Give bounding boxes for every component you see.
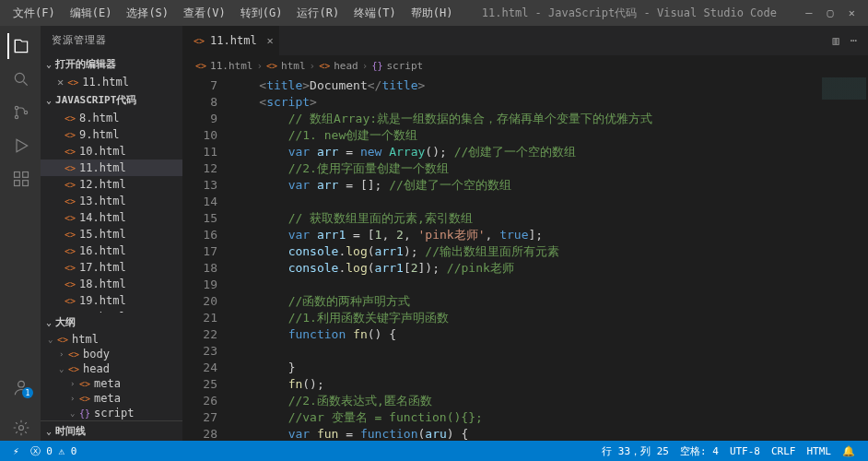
status-bell-icon[interactable]: 🔔 [837,445,861,457]
code-editor[interactable]: 7891011121314151617181920212223242526272… [182,76,868,441]
file-item[interactable]: <>12.html [41,176,182,193]
svg-point-1 [15,106,18,109]
outline-item[interactable]: ›<>meta [41,376,182,391]
file-item[interactable]: <>8.html [41,110,182,126]
outline-item[interactable]: ⌄{}script [41,406,182,420]
menu-item[interactable]: 查看(V) [176,2,233,25]
file-item[interactable]: <>13.html [41,193,182,209]
svg-rect-4 [15,172,20,178]
editor-group: <> 11.html ✕ ▥ ⋯ <>11.html›<>html›<>head… [182,26,868,441]
status-eol[interactable]: CRLF [766,445,802,457]
explorer-icon[interactable] [7,33,33,59]
svg-rect-7 [23,181,29,186]
minimap[interactable] [822,77,866,133]
window-controls: — ▢ ✕ [798,6,862,19]
maximize-icon[interactable]: ▢ [827,6,834,19]
svg-point-9 [19,426,24,431]
source-control-icon[interactable] [7,100,33,125]
section-timeline[interactable]: 时间线 [41,420,182,441]
tab-11html[interactable]: <> 11.html ✕ [182,26,280,55]
html-file-icon: <> [194,36,205,46]
menu-item[interactable]: 运行(R) [289,2,346,25]
menu-item[interactable]: 转到(G) [233,2,290,25]
open-editor-item[interactable]: ✕<>11.html [41,74,182,90]
status-language[interactable]: HTML [802,445,838,457]
sidebar-title: 资源管理器 [41,26,182,54]
status-encoding[interactable]: UTF-8 [724,445,766,457]
section-open-editors[interactable]: 打开的编辑器 [41,54,182,74]
section-workspace[interactable]: JAVASCRIPT代码 [41,90,182,110]
status-bar: ⚡ ⓧ 0 ⚠ 0 行 33，列 25 空格: 4 UTF-8 CRLF HTM… [0,441,868,461]
file-tree: <>8.html<>9.html<>10.html<>11.html<>12.h… [41,110,182,313]
status-line-col[interactable]: 行 33，列 25 [596,444,674,458]
menu-item[interactable]: 选择(S) [119,2,176,25]
code-content[interactable]: <title>Document</title> <script> // 数组Ar… [230,76,868,441]
window-title: 11.html - JavaScript代码 - Visual Studio C… [461,6,799,21]
section-outline[interactable]: 大纲 [41,313,182,332]
menubar: 文件(F)编辑(E)选择(S)查看(V)转到(G)运行(R)终端(T)帮助(H)… [0,0,868,26]
file-item[interactable]: <>11.html [41,160,182,176]
file-item[interactable]: <>19.html [41,292,182,309]
svg-point-3 [24,111,27,113]
remote-icon[interactable]: ⚡ [7,445,25,457]
account-badge: 1 [22,387,33,398]
file-item[interactable]: <>18.html [41,276,182,292]
settings-gear-icon[interactable] [7,415,33,441]
close-icon[interactable]: ✕ [849,6,855,19]
outline-item[interactable]: ⌄<>head [41,361,182,376]
outline-item[interactable]: ⌄<>html [41,332,182,347]
svg-rect-5 [23,172,29,178]
svg-point-8 [18,381,25,387]
file-item[interactable]: <>14.html [41,209,182,226]
status-errors[interactable]: ⓧ 0 ⚠ 0 [25,444,83,458]
file-item[interactable]: <>10.html [41,143,182,160]
menu-item[interactable]: 帮助(H) [404,2,461,25]
line-numbers: 7891011121314151617181920212223242526272… [182,76,230,441]
run-debug-icon[interactable] [7,133,33,159]
search-icon[interactable] [7,66,33,92]
status-spaces[interactable]: 空格: 4 [674,444,724,458]
outline-item[interactable]: ›<>body [41,347,182,361]
file-item[interactable]: <>17.html [41,259,182,276]
minimize-icon[interactable]: — [805,6,812,19]
file-item[interactable]: <>9.html [41,126,182,143]
outline-tree: ⌄<>html›<>body⌄<>head›<>meta›<>meta⌄{}sc… [41,332,182,420]
menu-item[interactable]: 文件(F) [6,2,63,25]
file-item[interactable]: <>15.html [41,226,182,242]
menu-item[interactable]: 编辑(E) [63,2,120,25]
split-editor-icon[interactable]: ▥ [833,34,839,47]
file-item[interactable]: <>16.html [41,242,182,259]
outline-item[interactable]: ›<>meta [41,391,182,406]
sidebar: 资源管理器 打开的编辑器 ✕<>11.html JAVASCRIPT代码 <>8… [41,26,182,441]
more-actions-icon[interactable]: ⋯ [850,34,857,47]
activity-bar: 1 [0,26,41,441]
svg-point-2 [15,115,18,118]
svg-point-0 [15,73,24,82]
tab-label: 11.html [210,34,257,47]
svg-rect-6 [15,181,20,186]
tab-close-icon[interactable]: ✕ [266,34,273,47]
menu-item[interactable]: 终端(T) [346,2,404,25]
extensions-icon[interactable] [7,166,33,192]
tab-bar: <> 11.html ✕ ▥ ⋯ [182,26,868,55]
accounts-icon[interactable]: 1 [7,374,33,400]
breadcrumbs[interactable]: <>11.html›<>html›<>head›{}script [182,55,868,76]
